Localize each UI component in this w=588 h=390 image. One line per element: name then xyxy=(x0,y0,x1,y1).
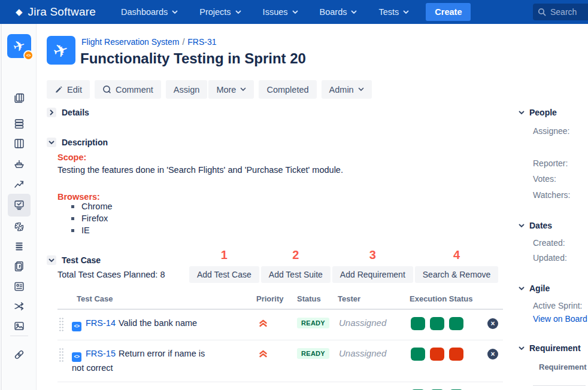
annotation-number: 1 xyxy=(221,248,228,261)
execution-step-square[interactable] xyxy=(430,348,444,361)
reporter-label: Reporter: xyxy=(533,159,568,168)
execution-status-cell xyxy=(405,348,479,361)
issue-list-icon[interactable] xyxy=(12,239,26,254)
active-sprints-icon[interactable] xyxy=(12,136,26,151)
assignee-label: Assignee: xyxy=(533,126,569,136)
action-search-remove: 4 Search & Remove xyxy=(415,248,499,283)
more-button[interactable]: More xyxy=(208,80,254,99)
test-case-type-icon: <> xyxy=(72,352,81,362)
annotation-number: 2 xyxy=(292,248,299,261)
nav-menu: Dashboards Projects Issues Boards Tests xyxy=(121,7,409,17)
execution-status-cell xyxy=(405,317,479,330)
add-requirement-button[interactable]: Add Requirement xyxy=(332,266,413,283)
details-section-header[interactable]: Details xyxy=(47,108,89,117)
search-input[interactable] xyxy=(550,7,588,17)
pages-icon[interactable] xyxy=(12,259,26,273)
tester-value: Unassigned xyxy=(333,348,405,358)
shuffle-icon[interactable] xyxy=(12,299,26,313)
requirement-section-header[interactable]: Requirement xyxy=(519,343,581,353)
issue-key-link[interactable]: FRS-15 xyxy=(86,349,116,358)
search-icon xyxy=(538,8,546,16)
releases-icon[interactable] xyxy=(12,157,26,171)
completed-button[interactable]: Completed xyxy=(259,80,316,99)
drag-handle[interactable] xyxy=(59,348,64,363)
project-card-icon[interactable] xyxy=(12,279,26,294)
add-test-case-button[interactable]: Add Test Case xyxy=(189,266,259,283)
execution-step-square[interactable] xyxy=(411,348,425,361)
issue-key-link[interactable]: FRS-14 xyxy=(86,318,116,328)
requirement-divider xyxy=(533,385,586,386)
nav-item-boards[interactable]: Boards xyxy=(320,7,357,17)
column-header-status: Status xyxy=(292,294,333,303)
chevron-down-icon xyxy=(240,87,246,92)
boards-icon[interactable] xyxy=(12,91,26,105)
view-on-board-link[interactable]: View on Board xyxy=(533,314,587,324)
table-header-row: Test Case Priority Status Tester Executi… xyxy=(57,294,503,310)
chevron-down-icon xyxy=(172,10,178,14)
dates-section-header[interactable]: Dates xyxy=(519,221,552,230)
test-case-cell: <>FRS-14Valid the bank name xyxy=(72,317,251,331)
nav-item-dashboards[interactable]: Dashboards xyxy=(121,7,178,17)
link-icon[interactable] xyxy=(12,348,26,362)
column-header-priority: Priority xyxy=(251,294,292,303)
breadcrumb: Flight Reservation System/FRS-31 xyxy=(81,37,217,47)
watchers-label: Watchers: xyxy=(533,190,571,200)
nav-item-tests[interactable]: Tests xyxy=(378,7,409,17)
breadcrumb-project-link[interactable]: Flight Reservation System xyxy=(81,37,179,47)
reports-icon[interactable] xyxy=(12,177,26,191)
issue-project-avatar: ✈ xyxy=(47,36,75,65)
project-type-badge: <> xyxy=(23,50,34,60)
remove-test-case-button[interactable]: × xyxy=(487,349,498,359)
search-box[interactable] xyxy=(533,4,588,20)
create-button[interactable]: Create xyxy=(426,3,471,21)
scope-label: Scope: xyxy=(57,153,86,162)
table-row: <>FRS-16Return error if age is not READY… xyxy=(57,382,503,390)
execution-step-square[interactable] xyxy=(430,317,444,330)
description-section-header[interactable]: Description xyxy=(47,138,108,147)
execution-step-square[interactable] xyxy=(449,317,463,330)
jira-logo[interactable]: ◆ Jira Software xyxy=(16,5,96,19)
comment-button[interactable]: Comment xyxy=(95,80,161,99)
add-ons-icon[interactable] xyxy=(12,220,26,234)
action-add-test-case: 1 Add Test Case xyxy=(189,248,259,283)
test-case-type-icon: <> xyxy=(72,322,81,331)
chevron-down-icon xyxy=(292,10,298,14)
test-case-table: Test Case Priority Status Tester Executi… xyxy=(57,294,503,390)
backlog-icon[interactable] xyxy=(12,117,26,131)
airplane-icon: ✈ xyxy=(51,38,72,62)
left-edge-strip xyxy=(0,24,2,390)
test-case-section-header[interactable]: Test Case xyxy=(47,255,101,265)
chevron-down-icon xyxy=(519,287,525,291)
brand-text: Jira Software xyxy=(28,5,96,19)
assign-button[interactable]: Assign xyxy=(166,80,208,99)
search-and-remove-button[interactable]: Search & Remove xyxy=(415,266,499,283)
nav-item-issues[interactable]: Issues xyxy=(263,7,298,17)
tests-icon[interactable] xyxy=(8,194,31,217)
people-section-header[interactable]: People xyxy=(519,108,557,117)
comment-bubble-icon xyxy=(102,85,111,94)
execution-step-square[interactable] xyxy=(411,317,425,330)
chevron-down-icon xyxy=(519,224,525,228)
chevron-down-icon xyxy=(351,10,357,14)
test-case-actions: 1 Add Test Case 2 Add Test Suite 3 Add R… xyxy=(189,248,498,283)
media-icon[interactable] xyxy=(12,319,26,333)
drag-handle[interactable] xyxy=(59,317,64,333)
execution-step-square[interactable] xyxy=(449,348,463,361)
breadcrumb-issue-link[interactable]: FRS-31 xyxy=(187,37,216,47)
votes-label: Votes: xyxy=(533,174,556,184)
add-test-suite-button[interactable]: Add Test Suite xyxy=(261,266,331,283)
list-item: Firefox xyxy=(71,212,113,224)
edit-button[interactable]: Edit xyxy=(47,80,90,99)
admin-button[interactable]: Admin xyxy=(322,80,372,99)
chevron-down-icon xyxy=(519,111,525,115)
project-avatar[interactable]: ✈ <> xyxy=(7,34,31,58)
agile-section-header[interactable]: Agile xyxy=(519,284,550,293)
total-test-cases-text: Total Test Cases Planned: 8 xyxy=(57,270,165,279)
nav-item-projects[interactable]: Projects xyxy=(199,7,241,17)
table-row: <>FRS-15Return error if name is not corr… xyxy=(57,340,503,382)
remove-test-case-button[interactable]: × xyxy=(487,318,498,329)
issue-title: Functionality Testing in Sprint 20 xyxy=(80,50,306,67)
pencil-icon xyxy=(54,86,63,94)
list-item: IE xyxy=(71,224,113,236)
tester-value: Unassigned xyxy=(333,317,405,328)
